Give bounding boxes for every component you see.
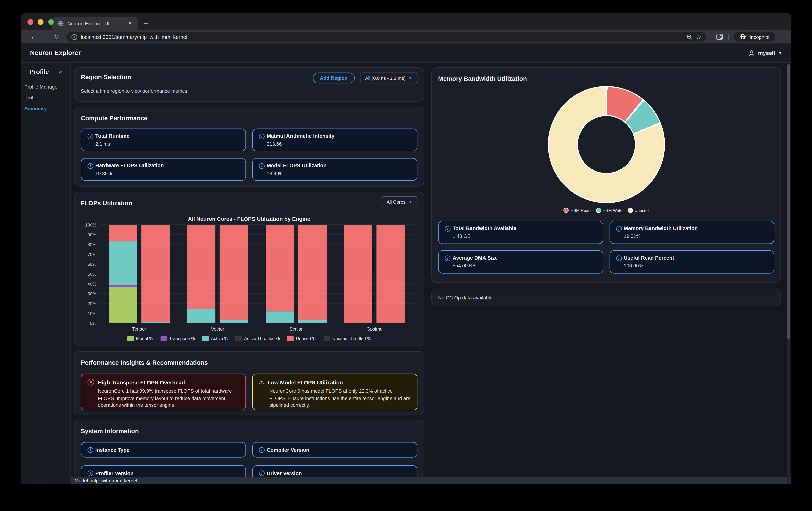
back-icon[interactable]: ← <box>28 33 39 40</box>
info-icon[interactable]: i <box>87 470 93 476</box>
url-text[interactable]: localhost:3001/summary/mlp_with_mm_kerne… <box>81 34 683 39</box>
browser-tab[interactable]: Neuron Explorer UI ✕ <box>52 17 138 30</box>
cores-dropdown-value: All Cores <box>386 199 405 204</box>
metric-total-bandwidth-available: i Total Bandwidth Available 1.48 GB <box>438 221 603 244</box>
legend-label: Unused Throttled % <box>332 336 371 341</box>
y-axis-tick: 100% <box>81 222 96 227</box>
info-icon[interactable]: i <box>87 134 93 139</box>
app-view: Neuron Explorer myself ▼ Profile < <box>21 44 791 484</box>
info-icon[interactable]: i <box>259 163 265 169</box>
zoom-out-icon[interactable] <box>687 34 692 39</box>
metric-label: Useful Read Percent <box>624 255 674 261</box>
bar-chart-legend: Model %Transpose %Active %Active Throttl… <box>81 336 417 341</box>
region-range-dropdown[interactable]: All (0.0 ns - 2.1 ms) ▼ <box>360 73 417 83</box>
browser-toolbar: ← → ↻ i localhost:3001/summary/mlp_with_… <box>21 30 791 44</box>
toolbar-divider <box>728 33 729 40</box>
system-information-card: System Information i Instance Type i Com… <box>74 420 424 484</box>
metric-label: Hardware FLOPS Utilization <box>95 163 164 169</box>
legend-label: Model % <box>136 336 153 341</box>
region-range-value: All (0.0 ns - 2.1 ms) <box>365 76 406 81</box>
minimize-window-button[interactable] <box>38 19 44 25</box>
sidebar-item-profile-manager[interactable]: Profile Manager <box>21 81 70 92</box>
legend-item: Unused Throttled % <box>323 336 371 341</box>
legend-item: Active % <box>202 336 228 341</box>
user-menu[interactable]: myself ▼ <box>748 50 782 56</box>
info-icon[interactable]: i <box>616 256 622 261</box>
info-icon[interactable]: i <box>259 134 265 139</box>
chevron-down-icon: ▼ <box>778 51 782 55</box>
chevron-down-icon: ▼ <box>409 200 412 204</box>
app-header: Neuron Explorer myself ▼ <box>21 44 791 63</box>
bar-segment-unused <box>141 225 170 321</box>
legend-swatch <box>323 336 330 341</box>
insight-error-body: NeuronCore 1 has 99.9% transpose FLOPS o… <box>98 388 239 408</box>
metric-average-dma-size: i Average DMA Size 554.00 KB <box>438 250 603 274</box>
reload-icon[interactable]: ↻ <box>51 33 62 40</box>
x-axis-label: Gpsimd <box>335 327 414 332</box>
info-icon[interactable]: i <box>445 226 451 232</box>
legend-label: HBM Write <box>603 208 622 212</box>
bookmark-star-icon[interactable]: ☆ <box>696 33 701 40</box>
metric-label: Memory Bandwidth Utilization <box>624 225 698 231</box>
forward-icon[interactable]: → <box>39 33 51 40</box>
tab-close-icon[interactable]: ✕ <box>126 21 134 26</box>
add-region-button[interactable]: Add Region <box>313 73 355 83</box>
legend-swatch <box>161 336 167 341</box>
memory-bandwidth-card: Memory Bandwidth Utilization HBM ReadHBM… <box>431 67 781 283</box>
y-axis-tick: 30% <box>81 291 96 296</box>
site-info-icon[interactable]: i <box>71 34 77 39</box>
metric-label: Matmul Arithmetic Intensity <box>267 133 335 139</box>
x-axis-label: Tensor <box>100 327 178 332</box>
legend-label: Unused % <box>296 336 316 341</box>
metric-value: 2.1 ms <box>95 141 129 147</box>
bar-segment-unused <box>265 225 294 312</box>
donut-hole <box>577 115 636 174</box>
metric-label: Total Bandwidth Available <box>453 225 516 231</box>
legend-label: HBM Read <box>570 208 591 212</box>
bar-segment-unused <box>187 225 215 309</box>
insights-card: Performance Insights & Recommendations ✕… <box>74 351 424 415</box>
info-icon[interactable]: i <box>87 163 93 169</box>
bar-chart-title: All Neuron Cores - FLOPS Utilization by … <box>81 216 417 222</box>
info-icon[interactable]: i <box>259 470 265 476</box>
person-icon <box>748 50 755 56</box>
metric-value: 19.01% <box>624 233 698 239</box>
menu-kebab-icon[interactable]: ⋮ <box>780 33 786 40</box>
info-icon[interactable]: i <box>87 447 93 453</box>
y-axis-tick: 70% <box>81 252 96 257</box>
cores-dropdown[interactable]: All Cores ▼ <box>381 196 417 207</box>
sidebar-collapse-icon[interactable]: < <box>59 69 62 75</box>
system-information-title: System Information <box>81 427 139 435</box>
y-axis-tick: 90% <box>81 232 96 237</box>
scrollbar-thumb[interactable] <box>787 64 790 339</box>
screen: Neuron Explorer UI ✕ + ← → ↻ i localhost… <box>0 0 812 511</box>
bar-segment-model <box>109 287 137 323</box>
legend-item: Unused % <box>287 336 316 341</box>
side-panel-search-icon[interactable] <box>717 34 723 40</box>
sidebar-item-profile[interactable]: Profile <box>21 92 70 103</box>
legend-label: Unused <box>634 208 648 212</box>
metric-value: 554.00 KB <box>453 263 498 268</box>
legend-label: Transpose % <box>169 336 195 341</box>
legend-swatch <box>202 336 209 341</box>
region-selection-subtitle: Select a time region to view performance… <box>81 88 417 94</box>
x-axis-labels: TensorVectorScalarGpsimd <box>100 327 414 332</box>
metric-value: 19.89% <box>95 171 164 176</box>
new-tab-button[interactable]: + <box>144 20 148 30</box>
info-icon[interactable]: i <box>616 226 622 232</box>
close-window-button[interactable] <box>28 19 33 25</box>
info-icon[interactable]: i <box>259 447 265 453</box>
x-axis-label: Vector <box>178 327 257 332</box>
plot-divider <box>257 225 257 323</box>
sidebar-item-summary[interactable]: Summary <box>21 103 70 114</box>
info-icon[interactable]: i <box>445 256 451 261</box>
browser-window: Neuron Explorer UI ✕ + ← → ↻ i localhost… <box>21 13 791 484</box>
maximize-window-button[interactable] <box>48 19 54 25</box>
metric-label: Driver Version <box>267 470 302 476</box>
metric-label: Instance Type <box>95 447 129 453</box>
page-scrollbar[interactable] <box>787 63 790 483</box>
address-bar[interactable]: i localhost:3001/summary/mlp_with_mm_ker… <box>66 32 706 42</box>
legend-swatch <box>628 208 633 213</box>
region-selection-title: Region Selection <box>81 74 131 81</box>
legend-item: Unused <box>628 208 649 213</box>
